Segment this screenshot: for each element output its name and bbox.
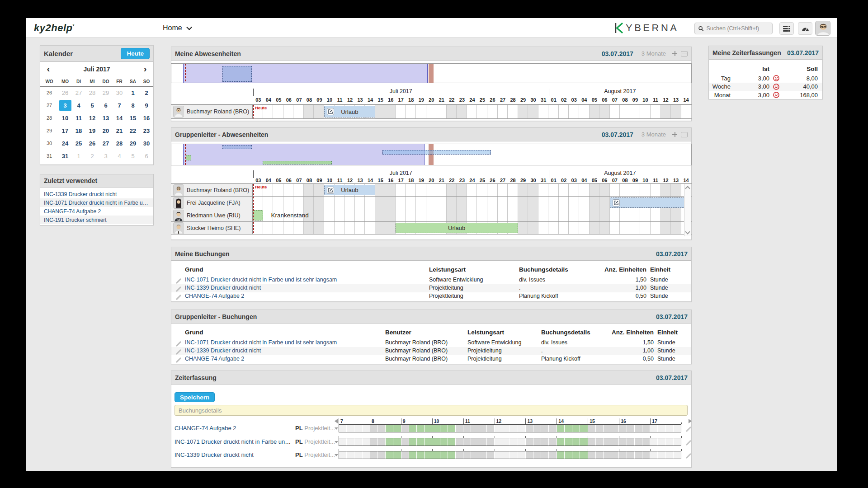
quarter-hour-cell[interactable] (510, 425, 517, 432)
day-cell[interactable] (681, 105, 692, 118)
day-cell[interactable] (304, 197, 314, 209)
pencil-icon[interactable] (686, 453, 691, 459)
day-cell[interactable] (396, 209, 406, 221)
quarter-hour-cell[interactable] (627, 451, 634, 459)
calendar-day[interactable]: 30 (140, 137, 153, 150)
pencil-icon[interactable] (176, 341, 181, 347)
day-cell[interactable] (620, 209, 630, 221)
day-cell[interactable] (467, 197, 477, 209)
day-cell[interactable] (426, 105, 437, 118)
day-cell[interactable] (283, 222, 294, 234)
day-cell[interactable] (498, 184, 508, 196)
calendar-view-icon[interactable] (681, 51, 688, 56)
calendar-day[interactable]: 11 (72, 112, 85, 124)
day-cell[interactable] (385, 222, 396, 234)
quarter-hour-cell[interactable] (642, 425, 650, 432)
day-cell[interactable] (651, 222, 661, 234)
edit-booking-icon[interactable] (176, 348, 181, 354)
day-cell[interactable] (548, 105, 559, 118)
day-cell[interactable] (640, 222, 651, 234)
day-cell[interactable] (569, 209, 579, 221)
day-cell[interactable] (406, 105, 416, 118)
edit-event-icon[interactable] (327, 108, 334, 115)
day-cell[interactable] (569, 105, 579, 118)
quarter-hour-cell[interactable] (549, 451, 556, 459)
range-overview-band[interactable] (171, 144, 692, 165)
day-cell[interactable] (579, 209, 590, 221)
absence-event-bar[interactable]: Urlaub (396, 223, 518, 233)
absence-event-bar[interactable] (253, 210, 263, 221)
day-cell[interactable] (365, 209, 375, 221)
calendar-day[interactable]: 4 (72, 99, 85, 112)
day-cell[interactable] (436, 184, 447, 196)
quarter-hour-cell[interactable] (604, 438, 611, 446)
day-cell[interactable] (518, 222, 528, 234)
recent-item-link[interactable]: INC-191 Drucker schmiert (44, 217, 150, 223)
quarter-hour-cell[interactable] (417, 425, 424, 432)
quarter-hour-cell[interactable] (339, 438, 346, 446)
quarter-hour-cell[interactable] (533, 425, 541, 432)
quarter-hour-cell[interactable] (526, 438, 533, 446)
calendar-day[interactable]: 27 (99, 137, 113, 150)
day-cell[interactable] (253, 197, 263, 209)
booking-link[interactable]: CHANGE-74 Aufgabe 2 (185, 356, 244, 362)
quarter-hour-cell[interactable] (642, 438, 650, 446)
day-cell[interactable] (477, 197, 487, 209)
day-cell[interactable] (273, 222, 283, 234)
quarter-hour-cell[interactable] (417, 451, 424, 459)
quarter-hour-cell[interactable] (393, 438, 401, 446)
day-cell[interactable] (590, 105, 600, 118)
quarter-hour-cell[interactable] (347, 438, 354, 446)
day-cell[interactable] (590, 184, 600, 196)
calendar-day[interactable]: 20 (99, 124, 113, 137)
scroll-right-icon[interactable] (689, 419, 692, 423)
day-cell[interactable] (365, 197, 375, 209)
quarter-hour-cell[interactable] (347, 451, 354, 459)
day-cell[interactable] (538, 184, 549, 196)
day-cell[interactable] (548, 222, 559, 234)
quarter-hour-cell[interactable] (650, 451, 657, 459)
quarter-hour-cell[interactable] (518, 451, 525, 459)
day-cell[interactable] (293, 197, 304, 209)
calendar-day[interactable]: 16 (140, 112, 153, 124)
calendar-day[interactable]: 12 (85, 112, 99, 124)
quarter-hour-cell[interactable] (440, 425, 448, 432)
day-cell[interactable] (344, 209, 355, 221)
calendar-day[interactable]: 8 (126, 99, 140, 112)
quarter-hour-cell[interactable] (401, 425, 409, 432)
quarter-hour-cell[interactable] (557, 451, 564, 459)
calendar-day[interactable]: 28 (85, 86, 99, 99)
calendar-day[interactable]: 14 (113, 112, 126, 124)
day-cell[interactable] (487, 197, 498, 209)
day-cell[interactable] (538, 222, 549, 234)
day-cell[interactable] (620, 184, 630, 196)
app-logo[interactable]: ky2help° (34, 22, 75, 34)
day-cell[interactable] (640, 105, 651, 118)
quarter-hour-cell[interactable] (557, 425, 564, 432)
day-cell[interactable] (559, 222, 569, 234)
day-cell[interactable] (518, 197, 528, 209)
quarter-hour-cell[interactable] (510, 438, 517, 446)
day-cells[interactable]: Urlaub (253, 222, 691, 234)
day-cell[interactable] (375, 222, 386, 234)
quarter-hour-cell[interactable] (518, 438, 525, 446)
day-cell[interactable] (263, 222, 274, 234)
day-cell[interactable] (661, 105, 671, 118)
day-cell[interactable] (304, 105, 314, 118)
quarter-hour-cell[interactable] (386, 425, 393, 432)
quarter-hour-cell[interactable] (533, 451, 541, 459)
day-cell[interactable] (396, 197, 406, 209)
home-menu[interactable]: Home (163, 18, 190, 38)
quarter-hour-cell[interactable] (666, 451, 673, 459)
quarter-hour-cell[interactable] (471, 425, 478, 432)
day-cell[interactable] (365, 222, 375, 234)
quarter-hour-cell[interactable] (487, 451, 494, 459)
day-cell[interactable] (548, 184, 559, 196)
day-cell[interactable] (579, 197, 590, 209)
booking-details-input[interactable] (175, 405, 688, 416)
quarter-hour-cell[interactable] (409, 438, 416, 446)
range-overview-band[interactable] (171, 63, 692, 83)
quarter-hour-cell[interactable] (596, 451, 603, 459)
calendar-day[interactable]: 17 (58, 124, 72, 137)
quarter-hour-cell[interactable] (354, 438, 362, 446)
